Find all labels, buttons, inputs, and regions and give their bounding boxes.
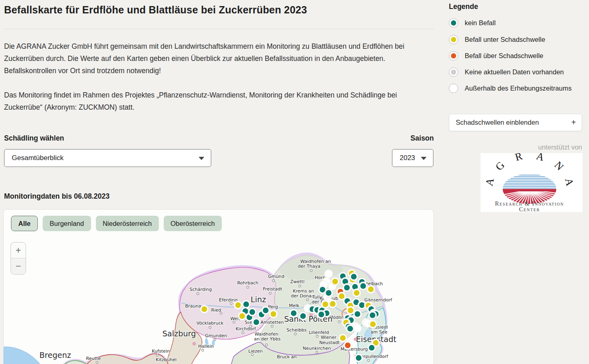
page-title: Befallskarte für Erdflöhe und Blattläuse… [4,4,434,16]
monitoring-dot-y[interactable] [200,305,209,314]
city-label: Freistadt [263,286,282,292]
monitoring-dot-y[interactable] [321,300,330,309]
monitoring-dot-w[interactable] [325,270,333,278]
town-marker [310,269,312,271]
logo-letter: R [514,153,524,163]
legend-marker-gray [449,67,458,77]
intro-paragraph-1: Die AGRANA Zucker GmbH führt gemeinsam m… [4,40,431,77]
monitoring-dot-t[interactable] [299,312,307,321]
pest-select-label: Schädling wählen [4,134,64,143]
legend-label: Befall unter Schadschwelle [465,36,545,43]
filter-button-oberoesterreich[interactable]: Oberösterreich [164,216,222,231]
monitoring-date-heading: Monitoringdaten bis 06.08.2023 [4,192,110,201]
province-shapes [65,255,386,364]
monitoring-dot-t[interactable] [359,282,368,290]
town-marker [242,332,244,334]
legend-marker-yellow [449,35,458,44]
divider [4,29,434,29]
monitoring-dot-y[interactable] [238,312,247,321]
legend-label: Keine aktuellen Daten vorhanden [465,68,564,76]
legend-item-ueber-schadschwelle: Befall über Schadschwelle [449,51,544,61]
town-marker [271,325,273,327]
agrana-logo: AGRANA Research & Innovation Center [481,153,583,212]
town-marker [265,344,267,346]
monitoring-dot-t[interactable] [248,308,257,316]
monitoring-dot-t[interactable] [368,344,376,352]
monitoring-dot-w[interactable] [353,324,362,333]
map-container: Alle Burgenland Niederösterreich Oberöst… [3,209,434,364]
city-label: an der Ybbs [254,336,281,342]
town-marker [251,353,253,355]
city-label: der Thaya [298,264,320,269]
logo-letter: A [563,177,576,187]
legend-label: Befall über Schadschwelle [465,52,544,60]
town-marker [214,338,216,340]
town-marker [299,285,301,287]
pest-select-value: Gesamtüberblick [12,154,64,162]
chevron-down-icon [199,157,204,160]
legend-marker-orange [449,51,458,61]
city-label: Kirchdorf [236,326,256,332]
city-label: Neustadt [319,340,340,345]
capital-marker [354,338,357,340]
city-label: Amstetten [260,320,284,325]
city-label: Bruck an [277,354,297,360]
legend-marker-white [449,84,458,93]
monitoring-dot-t[interactable] [368,311,377,320]
town-marker [249,325,251,327]
town-marker [156,354,158,356]
map-zoom-control: + − [11,242,26,275]
monitoring-dot-t[interactable] [317,310,326,319]
town-marker [269,292,271,294]
town-marker [367,359,369,361]
filter-button-burgenland[interactable]: Burgenland [43,216,91,231]
city-label: Gmünd [268,274,284,279]
city-label: Zwettl [290,279,305,284]
legend-marker-teal [449,18,458,28]
city-label: Linz [251,295,266,304]
town-marker [316,335,318,337]
monitoring-dot-y[interactable] [346,306,355,315]
supported-by-text: unterstützt von [449,143,582,151]
season-select[interactable]: 2023 [392,149,433,167]
monitoring-dot-t[interactable] [252,318,261,327]
town-marker [96,361,98,363]
town-marker [201,349,204,351]
logo-letter: N [552,159,566,173]
town-marker [272,280,274,282]
monitoring-dot-y[interactable] [269,310,278,318]
town-marker [197,292,199,295]
monitoring-dot-y[interactable] [369,320,377,329]
austria-map[interactable]: SchärdingBraunauRiedEferdingRohrbachFrei… [4,210,434,364]
filter-button-alle[interactable]: Alle [11,216,38,231]
legend-heading: Legende [449,2,478,11]
filter-button-niederoesterreich[interactable]: Niederösterreich [96,216,159,231]
monitoring-dot-t[interactable] [350,273,358,281]
monitoring-dot-t[interactable] [262,306,270,315]
region-filter-group: Alle Burgenland Niederösterreich Oberöst… [11,216,222,231]
monitoring-dot-y[interactable] [339,334,347,342]
city-label: Liezen [248,349,262,354]
zoom-in-button[interactable]: + [11,243,26,258]
logo-letter: G [493,159,507,173]
monitoring-dot-t[interactable] [325,289,333,297]
city-label: Rohrbach [237,280,258,286]
monitoring-dot-t[interactable] [290,309,298,318]
monitoring-dot-t[interactable] [355,354,363,362]
monitoring-dot-r[interactable] [344,341,352,350]
city-label: Hallein [198,344,214,349]
capital-marker [193,342,195,345]
city-label: der Donau [291,293,314,299]
monitoring-dot-y[interactable] [234,301,243,310]
schadschwellen-accordion[interactable]: Schadschwellen einblenden + [449,114,582,131]
monitoring-dot-y[interactable] [331,277,340,286]
monitoring-dot-y[interactable] [367,285,375,294]
logo-letter: A [483,177,496,187]
zoom-out-button[interactable]: − [11,258,26,274]
town-marker [316,351,318,353]
pest-select[interactable]: Gesamtüberblick [4,149,211,167]
city-label: Bregenz [39,351,71,360]
monitoring-dot-y[interactable] [353,289,361,297]
city-label: Salzburg [162,329,196,338]
legend-item-kein-befall: kein Befall [449,18,496,28]
